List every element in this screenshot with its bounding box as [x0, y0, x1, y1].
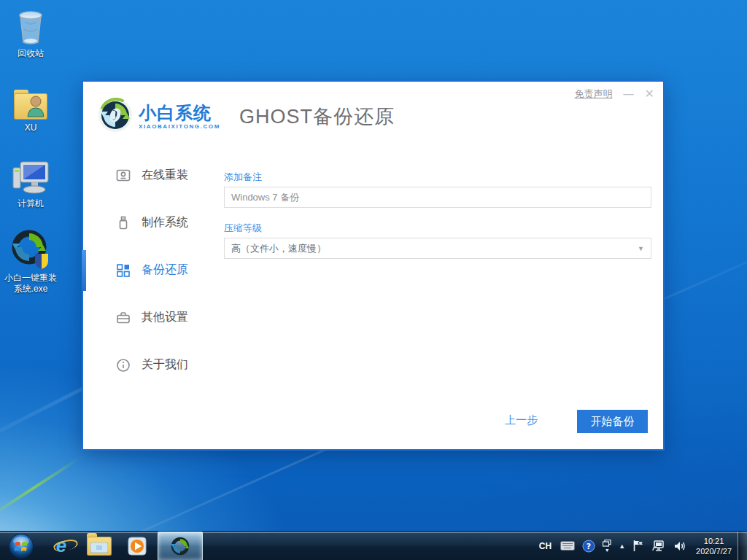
- user-folder-icon: [0, 82, 61, 120]
- desktop-icon-label: 小白一键重装 系统.exe: [0, 273, 61, 295]
- sidebar: 在线重装 制作系统 备份还原 其他设置: [83, 152, 224, 449]
- hidden-icons-button[interactable]: ▲: [615, 532, 629, 560]
- desktop-icon-xiaobai-exe[interactable]: 小白一键重装 系统.exe: [0, 232, 61, 295]
- backup-restore-icon: [115, 263, 131, 278]
- ime-help-icon[interactable]: ?: [578, 532, 599, 560]
- window-header: 小白系统 XIAOBAIXITONG.COM GHOST备份还原: [83, 82, 663, 152]
- explorer-folder-icon: [87, 537, 112, 556]
- windows-start-orb-icon: [8, 533, 34, 559]
- note-label: 添加备注: [224, 171, 262, 184]
- desktop-icon-label: XU: [0, 122, 61, 133]
- other-settings-icon: [115, 311, 131, 325]
- sidebar-item-backup-restore[interactable]: 备份还原: [83, 246, 224, 294]
- language-indicator[interactable]: CH: [534, 532, 557, 560]
- sidebar-item-label: 备份还原: [142, 262, 188, 278]
- about-us-icon: [115, 358, 131, 373]
- ime-caret: ▼: [605, 548, 610, 553]
- desktop-icon-label: 回收站: [0, 48, 61, 59]
- compression-label: 压缩等级: [224, 222, 262, 235]
- system-tray: CH ? ▼ ▲ 10:21 2020/7/27: [534, 532, 747, 560]
- compression-value: 高（文件小，速度慢）: [231, 242, 326, 255]
- volume-icon[interactable]: [670, 532, 690, 560]
- svg-text:?: ?: [587, 542, 591, 551]
- xiaobai-app-icon: [170, 536, 190, 556]
- taskbar: e: [0, 531, 747, 560]
- back-button[interactable]: 上一步: [505, 413, 538, 427]
- online-reinstall-icon: [115, 168, 131, 183]
- chevron-down-icon: ▼: [638, 245, 644, 252]
- note-input[interactable]: [224, 187, 651, 208]
- recycle-bin-icon: [0, 7, 61, 45]
- desktop: 回收站 XU 计算机: [0, 0, 747, 560]
- show-desktop-button[interactable]: [738, 532, 747, 560]
- desktop-icon-label: 计算机: [0, 198, 61, 209]
- computer-icon: [0, 158, 61, 195]
- keyboard-icon[interactable]: [557, 532, 578, 560]
- start-button[interactable]: [0, 532, 42, 560]
- clock-date: 2020/7/27: [696, 546, 732, 556]
- sidebar-item-about-us[interactable]: 关于我们: [83, 341, 224, 389]
- xiaobai-app-window: 免责声明 — ✕ 小白系统 XIAOBAIXI: [82, 80, 665, 451]
- ime-toolbar-icon[interactable]: ▼: [599, 532, 615, 560]
- media-player-icon: [126, 535, 148, 557]
- brand-name: 小白系统: [139, 104, 220, 122]
- xiaobai-exe-icon: [0, 232, 61, 270]
- taskbar-windows-explorer[interactable]: [80, 532, 118, 560]
- taskbar-media-player[interactable]: [118, 532, 156, 560]
- sidebar-item-label: 其他设置: [142, 310, 188, 325]
- internet-explorer-icon: e: [56, 534, 66, 557]
- sidebar-item-other-settings[interactable]: 其他设置: [83, 294, 224, 341]
- compression-dropdown[interactable]: 高（文件小，速度慢） ▼: [224, 238, 651, 259]
- sidebar-item-label: 关于我们: [142, 357, 188, 373]
- backup-form: 添加备注 压缩等级 高（文件小，速度慢） ▼ 上一步 开始备份: [224, 152, 663, 449]
- brand-block: 小白系统 XIAOBAIXITONG.COM: [139, 104, 220, 130]
- network-icon[interactable]: [648, 532, 670, 560]
- taskbar-internet-explorer[interactable]: e: [42, 532, 80, 560]
- taskbar-xiaobai-app[interactable]: [158, 532, 203, 560]
- brand-domain: XIAOBAIXITONG.COM: [139, 123, 220, 130]
- xiaobai-logo-icon: [98, 98, 133, 136]
- sidebar-item-label: 制作系统: [142, 215, 188, 230]
- clock-time: 10:21: [696, 536, 732, 546]
- sidebar-item-label: 在线重装: [142, 168, 188, 183]
- page-title: GHOST备份还原: [239, 104, 395, 130]
- green-light-beam: [0, 457, 80, 519]
- start-backup-button[interactable]: 开始备份: [577, 410, 648, 433]
- desktop-icon-user-folder[interactable]: XU: [0, 82, 61, 133]
- taskbar-clock[interactable]: 10:21 2020/7/27: [690, 536, 738, 556]
- sidebar-item-online-reinstall[interactable]: 在线重装: [83, 152, 224, 199]
- action-center-flag-icon[interactable]: [629, 532, 648, 560]
- desktop-icon-computer[interactable]: 计算机: [0, 158, 61, 209]
- desktop-icon-recycle-bin[interactable]: 回收站: [0, 7, 61, 59]
- usb-make-icon: [115, 216, 131, 230]
- active-indicator: [82, 250, 86, 291]
- sidebar-item-make-system[interactable]: 制作系统: [83, 199, 224, 246]
